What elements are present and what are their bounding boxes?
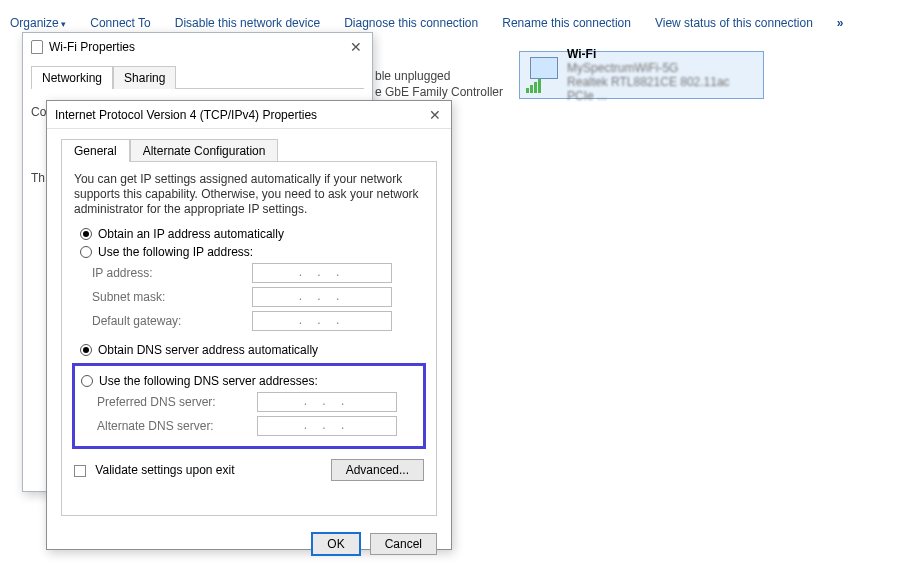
ipv4-dialog-title: Internet Protocol Version 4 (TCP/IPv4) P… (55, 108, 317, 122)
wifi-connection-tile[interactable]: Wi-Fi MySpectrumWiFi-5G Realtek RTL8821C… (519, 51, 764, 99)
close-icon[interactable]: ✕ (346, 37, 366, 57)
close-icon[interactable]: ✕ (425, 105, 445, 125)
advanced-button[interactable]: Advanced... (331, 459, 424, 481)
help-text: You can get IP settings assigned automat… (74, 172, 424, 217)
more-icon[interactable]: » (837, 16, 844, 36)
wifi-tile-title: Wi-Fi (567, 47, 596, 61)
tab-general[interactable]: General (61, 139, 130, 162)
background-adapter-text: ble unplugged e GbE Family Controller (375, 68, 503, 100)
default-gateway-input: . . . (252, 311, 392, 331)
wifi-tile-adapter: Realtek RTL8821CE 802.11ac PCIe ... (567, 75, 757, 103)
dialog-icon (31, 40, 43, 54)
radio-ip-manual[interactable] (80, 246, 92, 258)
dns-manual-highlight: Use the following DNS server addresses: … (72, 363, 426, 449)
preferred-dns-label: Preferred DNS server: (97, 395, 257, 409)
tab-networking[interactable]: Networking (31, 66, 113, 89)
tab-sharing[interactable]: Sharing (113, 66, 176, 89)
subnet-mask-label: Subnet mask: (92, 290, 252, 304)
tab-alternate-configuration[interactable]: Alternate Configuration (130, 139, 279, 162)
alternate-dns-input: . . . (257, 416, 397, 436)
ok-button[interactable]: OK (312, 533, 359, 555)
ip-address-label: IP address: (92, 266, 252, 280)
radio-dns-manual-label: Use the following DNS server addresses: (99, 374, 318, 388)
wifi-properties-title: Wi-Fi Properties (49, 40, 135, 54)
rename-button[interactable]: Rename this connection (502, 16, 631, 36)
radio-ip-manual-label: Use the following IP address: (98, 245, 253, 259)
wifi-tile-ssid: MySpectrumWiFi-5G (567, 61, 757, 75)
radio-dns-auto-label: Obtain DNS server address automatically (98, 343, 318, 357)
preferred-dns-input: . . . (257, 392, 397, 412)
radio-dns-auto[interactable] (80, 344, 92, 356)
ip-address-input: . . . (252, 263, 392, 283)
cancel-button[interactable]: Cancel (370, 533, 437, 555)
view-status-button[interactable]: View status of this connection (655, 16, 813, 36)
alternate-dns-label: Alternate DNS server: (97, 419, 257, 433)
default-gateway-label: Default gateway: (92, 314, 252, 328)
ipv4-properties-dialog: Internet Protocol Version 4 (TCP/IPv4) P… (46, 100, 452, 550)
radio-ip-auto-label: Obtain an IP address automatically (98, 227, 284, 241)
radio-ip-auto[interactable] (80, 228, 92, 240)
subnet-mask-input: . . . (252, 287, 392, 307)
validate-checkbox[interactable] (74, 465, 86, 477)
radio-dns-manual[interactable] (81, 375, 93, 387)
wifi-adapter-icon (526, 57, 561, 93)
validate-label: Validate settings upon exit (95, 463, 234, 477)
